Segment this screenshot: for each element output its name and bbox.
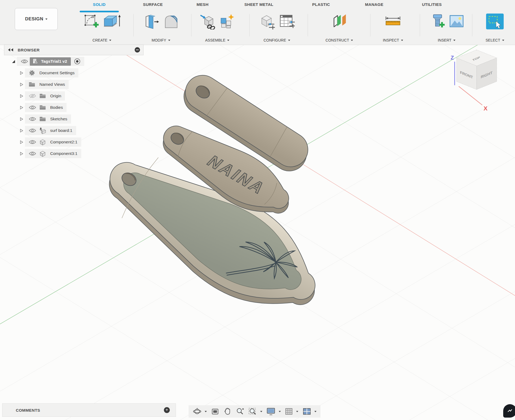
group-assemble-label[interactable]: ASSEMBLE <box>205 38 225 42</box>
dropdown-caret-icon <box>205 411 207 412</box>
dropdown-caret-icon <box>296 411 298 412</box>
group-separator <box>308 14 308 36</box>
x-axis-indicator <box>459 86 482 105</box>
visibility-eye-icon[interactable] <box>27 151 38 156</box>
display-settings-icon <box>266 407 276 416</box>
group-construct-label[interactable]: CONSTRUCT <box>326 38 349 42</box>
tree-row-component3[interactable]: Component3:1 <box>18 149 84 158</box>
extrude-icon[interactable] <box>102 13 121 29</box>
group-separator <box>370 14 370 36</box>
expand-arrow-icon[interactable] <box>18 83 25 87</box>
expand-arrow-icon[interactable] <box>10 60 17 64</box>
browser-tree: TagsTrial1 v2 Document Settings Named <box>4 57 84 161</box>
measure-icon[interactable] <box>384 13 402 29</box>
tree-row-origin[interactable]: Origin <box>18 91 84 101</box>
group-select-label[interactable]: SELECT <box>485 38 500 42</box>
expand-arrow-icon[interactable] <box>18 140 25 144</box>
display-settings-button[interactable] <box>266 407 281 416</box>
browser-panel-title: BROWSER <box>18 48 40 52</box>
insert-canvas-icon[interactable] <box>448 13 465 29</box>
dropdown-caret-icon <box>279 411 281 412</box>
expand-arrow-icon[interactable] <box>18 94 25 98</box>
expand-arrow-icon[interactable] <box>18 71 25 75</box>
dropdown-caret-icon <box>260 411 262 412</box>
configuration-table-icon[interactable] <box>278 13 295 29</box>
assistant-badge[interactable] <box>503 404 515 418</box>
group-separator <box>420 14 420 36</box>
configuration-icon[interactable] <box>259 13 275 29</box>
group-separator <box>191 14 192 36</box>
tree-row-surf-board[interactable]: surf board:1 <box>18 126 84 135</box>
expand-arrow-icon[interactable] <box>18 152 25 156</box>
group-assemble: ASSEMBLE <box>192 13 243 43</box>
zoom-window-button[interactable] <box>248 407 262 416</box>
tab-surface[interactable]: SURFACE <box>143 2 163 7</box>
tree-row-named-views[interactable]: Named Views <box>18 80 84 89</box>
tab-plastic[interactable]: PLASTIC <box>312 2 330 7</box>
group-create: CREATE <box>76 13 127 43</box>
group-create-label[interactable]: CREATE <box>93 38 108 42</box>
zoom-button[interactable] <box>236 407 244 416</box>
group-modify-label[interactable]: MODIFY <box>152 38 166 42</box>
visibility-eye-icon[interactable] <box>27 105 38 110</box>
orbit-button[interactable] <box>193 407 207 416</box>
tree-row-sketches[interactable]: Sketches <box>18 114 84 124</box>
browser-panel-header: BROWSER <box>4 44 144 55</box>
tab-utilities[interactable]: UTILITIES <box>422 2 442 7</box>
tree-row-document-settings[interactable]: Document Settings <box>18 68 84 77</box>
design-menu-button[interactable]: DESIGN <box>15 8 58 30</box>
viewports-icon <box>302 407 311 416</box>
tree-item-label: Named Views <box>39 82 65 87</box>
dropdown-caret-icon <box>314 411 317 412</box>
expand-arrow-icon[interactable] <box>18 106 25 110</box>
tree-row-root[interactable]: TagsTrial1 v2 <box>10 57 84 66</box>
grid-settings-button[interactable] <box>285 407 298 416</box>
tree-row-bodies[interactable]: Bodies <box>18 103 84 112</box>
press-pull-icon[interactable] <box>143 13 160 29</box>
construction-plane-icon[interactable] <box>331 13 348 29</box>
look-at-button[interactable] <box>211 407 219 416</box>
tab-manage[interactable]: MANAGE <box>365 2 383 7</box>
tree-row-component2[interactable]: Component2:1 <box>18 137 84 147</box>
component-icon <box>38 139 47 145</box>
group-configure-label[interactable]: CONFIGURE <box>264 38 286 42</box>
tree-item-label: Origin <box>50 94 61 98</box>
fillet-icon[interactable] <box>162 13 179 29</box>
comments-bar[interactable]: COMMENTS + <box>2 403 176 417</box>
collapse-panel-icon[interactable] <box>8 48 14 52</box>
expand-arrow-icon[interactable] <box>18 129 25 133</box>
tree-item-label: Sketches <box>50 117 67 121</box>
viewports-button[interactable] <box>302 407 317 416</box>
selected-item-highlight[interactable]: TagsTrial1 v2 <box>30 57 71 66</box>
browser-minimize-button[interactable] <box>135 47 140 53</box>
group-separator <box>133 14 134 36</box>
tab-solid[interactable]: SOLID <box>93 2 105 7</box>
visibility-eye-icon[interactable] <box>27 140 38 144</box>
folder-icon <box>27 82 37 87</box>
expand-arrow-icon[interactable] <box>18 117 25 121</box>
visibility-eye-icon[interactable] <box>19 59 30 64</box>
tab-sheet-metal[interactable]: SHEET METAL <box>244 2 273 7</box>
visibility-eye-icon[interactable] <box>27 128 38 133</box>
tree-item-label: Bodies <box>50 105 63 110</box>
orbit-icon <box>193 407 202 416</box>
visibility-eye-off-icon[interactable] <box>27 93 38 99</box>
tab-mesh[interactable]: MESH <box>197 2 209 7</box>
insert-into-design-icon[interactable] <box>199 13 216 29</box>
insert-fastener-icon[interactable] <box>429 13 445 29</box>
look-at-icon <box>211 407 219 416</box>
visibility-eye-icon[interactable] <box>27 117 38 121</box>
tree-item-label: Component3:1 <box>50 151 78 156</box>
viewcube[interactable]: TOP FRONT RIGHT Z X <box>448 46 515 113</box>
pan-button[interactable] <box>223 407 232 416</box>
activate-component-radio[interactable] <box>74 58 80 65</box>
dropdown-caret-icon <box>227 40 229 41</box>
new-component-icon[interactable] <box>219 13 235 29</box>
add-comment-button[interactable]: + <box>164 407 170 413</box>
document-icon <box>32 58 38 65</box>
create-sketch-icon[interactable] <box>83 13 99 29</box>
group-insert-label[interactable]: INSERT <box>438 38 451 42</box>
tree-item-label: Document Settings <box>39 70 75 75</box>
select-icon[interactable] <box>485 13 504 30</box>
group-inspect-label[interactable]: INSPECT <box>383 38 399 42</box>
